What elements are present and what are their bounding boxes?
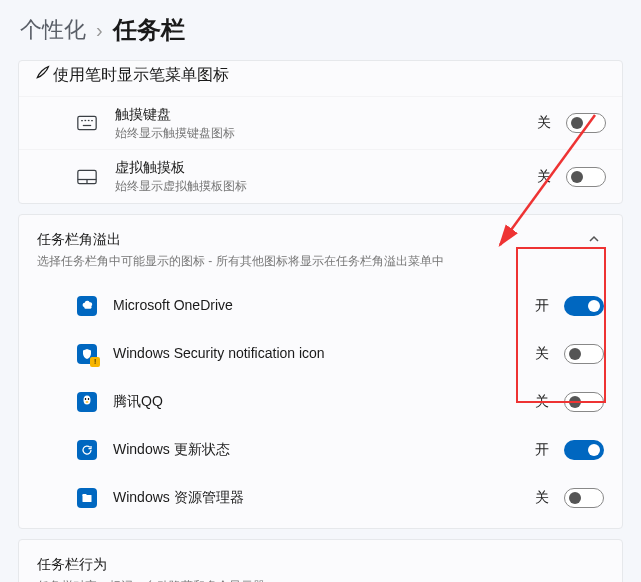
- row-virtual-touchpad-title: 虚拟触摸板: [115, 158, 532, 178]
- overflow-section-sub: 选择任务栏角中可能显示的图标 - 所有其他图标将显示在任务栏角溢出菜单中: [37, 252, 584, 270]
- overflow-item-windows-update[interactable]: Windows 更新状态 开: [19, 426, 622, 474]
- overflow-explorer-label: Windows 资源管理器: [113, 488, 530, 508]
- overflow-item-security[interactable]: ! Windows Security notification icon 关: [19, 330, 622, 378]
- overflow-list: Microsoft OneDrive 开 ! Windows Security …: [19, 282, 622, 522]
- overflow-onedrive-label: Microsoft OneDrive: [113, 296, 530, 316]
- toggle-security[interactable]: [564, 344, 604, 364]
- breadcrumb: 个性化 › 任务栏: [0, 0, 641, 60]
- overflow-update-label: Windows 更新状态: [113, 440, 530, 460]
- toggle-explorer[interactable]: [564, 488, 604, 508]
- row-pen-sub: 使用笔时显示笔菜单图标: [53, 65, 229, 86]
- overflow-item-onedrive[interactable]: Microsoft OneDrive 开: [19, 282, 622, 330]
- behavior-section-sub: 任务栏对齐、标记、自动隐藏和多个显示器: [37, 577, 604, 582]
- toggle-touch-keyboard[interactable]: [566, 113, 606, 133]
- row-touch-keyboard[interactable]: 触摸键盘 始终显示触摸键盘图标 关: [19, 97, 622, 150]
- onedrive-icon: [77, 296, 97, 316]
- behavior-section-title: 任务栏行为: [37, 554, 604, 575]
- qq-icon: [77, 392, 97, 412]
- overflow-update-state: 开: [530, 441, 554, 459]
- taskbar-overflow-panel: 任务栏角溢出 选择任务栏角中可能显示的图标 - 所有其他图标将显示在任务栏角溢出…: [18, 214, 623, 529]
- svg-rect-13: [83, 495, 92, 502]
- toggle-windows-update[interactable]: [564, 440, 604, 460]
- windows-update-icon: [77, 440, 97, 460]
- svg-rect-14: [83, 494, 87, 496]
- overflow-item-explorer[interactable]: Windows 资源管理器 关: [19, 474, 622, 522]
- explorer-icon: [77, 488, 97, 508]
- row-virtual-touchpad[interactable]: 虚拟触摸板 始终显示虚拟触摸板图标 关: [19, 150, 622, 202]
- row-pen-menu[interactable]: 使用笔时显示笔菜单图标: [19, 61, 622, 97]
- breadcrumb-parent[interactable]: 个性化: [20, 15, 86, 45]
- toggle-qq[interactable]: [564, 392, 604, 412]
- chevron-up-icon: [584, 229, 604, 249]
- page-title: 任务栏: [113, 14, 185, 46]
- svg-point-10: [85, 398, 87, 400]
- taskbar-corner-icons-panel: 使用笔时显示笔菜单图标 触摸键盘 始终显示触摸键盘图标 关 虚拟触摸板 始终显示…: [18, 60, 623, 204]
- behavior-section-header[interactable]: 任务栏行为 任务栏对齐、标记、自动隐藏和多个显示器: [19, 540, 622, 582]
- keyboard-icon: [75, 111, 99, 135]
- row-virtual-touchpad-sub: 始终显示虚拟触摸板图标: [115, 178, 532, 195]
- svg-rect-0: [78, 117, 96, 130]
- overflow-onedrive-state: 开: [530, 297, 554, 315]
- touchpad-icon: [75, 165, 99, 189]
- svg-point-11: [88, 398, 90, 400]
- svg-point-12: [86, 401, 89, 403]
- overflow-security-label: Windows Security notification icon: [113, 344, 530, 364]
- overflow-security-state: 关: [530, 345, 554, 363]
- security-icon: !: [77, 344, 97, 364]
- toggle-onedrive[interactable]: [564, 296, 604, 316]
- toggle-virtual-touchpad[interactable]: [566, 167, 606, 187]
- overflow-qq-label: 腾讯QQ: [113, 392, 530, 412]
- breadcrumb-separator: ›: [96, 19, 103, 42]
- row-virtual-touchpad-state: 关: [532, 168, 556, 186]
- pen-icon: [35, 62, 53, 84]
- row-touch-keyboard-state: 关: [532, 114, 556, 132]
- overflow-section-title: 任务栏角溢出: [37, 229, 584, 250]
- row-touch-keyboard-sub: 始终显示触摸键盘图标: [115, 125, 532, 142]
- taskbar-behavior-panel: 任务栏行为 任务栏对齐、标记、自动隐藏和多个显示器: [18, 539, 623, 582]
- row-touch-keyboard-title: 触摸键盘: [115, 105, 532, 125]
- overflow-explorer-state: 关: [530, 489, 554, 507]
- overflow-qq-state: 关: [530, 393, 554, 411]
- svg-point-9: [84, 395, 91, 404]
- overflow-section-header[interactable]: 任务栏角溢出 选择任务栏角中可能显示的图标 - 所有其他图标将显示在任务栏角溢出…: [19, 215, 622, 282]
- overflow-item-qq[interactable]: 腾讯QQ 关: [19, 378, 622, 426]
